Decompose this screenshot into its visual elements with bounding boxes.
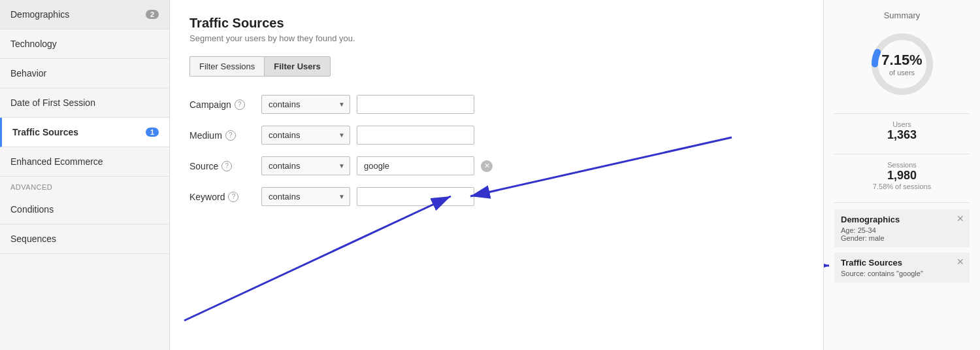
sessions-label: Sessions <box>834 161 970 169</box>
traffic-sources-card-title: Traffic Sources <box>841 258 963 268</box>
keyword-label: Keyword ? <box>189 192 255 202</box>
sessions-value: 1,980 <box>834 169 970 183</box>
summary-divider-3 <box>834 202 970 203</box>
traffic-sources-card-detail1: Source: contains "google" <box>841 270 963 277</box>
campaign-label: Campaign ? <box>189 99 255 110</box>
keyword-help-icon[interactable]: ? <box>228 192 238 202</box>
source-row: Source ? contains does not contain start… <box>189 156 804 175</box>
sidebar-item-label-behavior: Behavior <box>10 68 46 79</box>
demographics-summary-card: Demographics Age: 25-34 Gender: male ✕ <box>834 209 970 247</box>
keyword-row: Keyword ? contains does not contain star… <box>189 187 804 206</box>
advanced-section-label: Advanced <box>0 177 169 195</box>
donut-label: of users <box>881 69 922 77</box>
traffic-sources-summary-card: Traffic Sources Source: contains "google… <box>834 253 970 283</box>
campaign-input[interactable] <box>357 95 474 114</box>
campaign-operator-select[interactable]: contains does not contain starts with en… <box>261 95 350 114</box>
sidebar-item-traffic-sources[interactable]: Traffic Sources 1 <box>0 118 169 147</box>
donut-center: 7.15% of users <box>881 52 922 77</box>
source-operator-container: contains does not contain starts with en… <box>261 156 350 175</box>
demographics-card-close-icon[interactable]: ✕ <box>956 213 964 224</box>
medium-input[interactable] <box>357 126 474 145</box>
sessions-sub: 7.58% of sessions <box>834 183 970 190</box>
sidebar-item-behavior[interactable]: Behavior <box>0 59 169 88</box>
sidebar-item-label-date-of-first-session: Date of First Session <box>10 97 95 108</box>
summary-panel: Summary 7.15% of users Users 1,363 Sessi… <box>823 0 980 350</box>
campaign-help-icon[interactable]: ? <box>235 99 245 110</box>
traffic-sources-card-close-icon[interactable]: ✕ <box>956 256 964 267</box>
sidebar-item-label-demographics: Demographics <box>10 9 69 20</box>
medium-label: Medium ? <box>189 130 255 141</box>
sidebar-item-label-enhanced-ecommerce: Enhanced Ecommerce <box>10 156 103 167</box>
sidebar-badge-traffic-sources: 1 <box>146 128 159 137</box>
summary-title: Summary <box>834 10 970 20</box>
summary-divider-1 <box>834 113 970 114</box>
demographics-card-detail2: Gender: male <box>841 234 963 242</box>
campaign-operator-container: contains does not contain starts with en… <box>261 95 350 114</box>
main-subtitle: Segment your users by how they found you… <box>189 33 804 43</box>
main-title: Traffic Sources <box>189 16 804 31</box>
sidebar: Demographics 2 Technology Behavior Date … <box>0 0 170 350</box>
sidebar-item-demographics[interactable]: Demographics 2 <box>0 0 169 29</box>
keyword-operator-container: contains does not contain starts with en… <box>261 187 350 206</box>
demographics-card-detail1: Age: 25-34 <box>841 226 963 234</box>
donut-chart: 7.15% of users <box>866 28 938 100</box>
sidebar-item-label-sequences: Sequences <box>10 234 56 244</box>
campaign-row: Campaign ? contains does not contain sta… <box>189 95 804 114</box>
users-stat: Users 1,363 <box>834 120 970 142</box>
donut-percent: 7.15% <box>881 52 922 69</box>
users-label: Users <box>834 120 970 128</box>
sidebar-item-conditions[interactable]: Conditions <box>0 195 169 224</box>
summary-divider-2 <box>834 154 970 154</box>
keyword-input[interactable] <box>357 187 474 206</box>
filter-buttons: Filter Sessions Filter Users <box>189 56 804 77</box>
donut-chart-container: 7.15% of users <box>834 28 970 100</box>
medium-help-icon[interactable]: ? <box>225 130 236 141</box>
medium-operator-select[interactable]: contains does not contain starts with en… <box>261 126 350 145</box>
filter-sessions-button[interactable]: Filter Sessions <box>189 56 264 77</box>
source-label: Source ? <box>189 161 255 171</box>
sidebar-item-label-technology: Technology <box>10 39 57 49</box>
svg-line-2 <box>184 196 451 321</box>
medium-row: Medium ? contains does not contain start… <box>189 126 804 145</box>
medium-operator-container: contains does not contain starts with en… <box>261 126 350 145</box>
sidebar-badge-demographics: 2 <box>146 10 159 19</box>
sidebar-item-label-traffic-sources: Traffic Sources <box>12 127 78 137</box>
main-content: Traffic Sources Segment your users by ho… <box>170 0 823 350</box>
keyword-operator-select[interactable]: contains does not contain starts with en… <box>261 187 350 206</box>
users-value: 1,363 <box>834 128 970 142</box>
sidebar-item-sequences[interactable]: Sequences <box>0 224 169 254</box>
sidebar-item-label-conditions: Conditions <box>10 204 54 215</box>
source-help-icon[interactable]: ? <box>221 161 232 171</box>
filter-users-button[interactable]: Filter Users <box>264 56 331 77</box>
source-input[interactable] <box>357 156 474 175</box>
sidebar-item-date-of-first-session[interactable]: Date of First Session <box>0 88 169 118</box>
source-operator-select[interactable]: contains does not contain starts with en… <box>261 156 350 175</box>
demographics-card-title: Demographics <box>841 215 963 224</box>
summary-arrow-icon <box>823 259 834 272</box>
source-clear-icon[interactable]: ✕ <box>481 160 493 172</box>
sidebar-item-technology[interactable]: Technology <box>0 29 169 59</box>
sessions-stat: Sessions 1,980 7.58% of sessions <box>834 161 970 190</box>
sidebar-item-enhanced-ecommerce[interactable]: Enhanced Ecommerce <box>0 147 169 177</box>
